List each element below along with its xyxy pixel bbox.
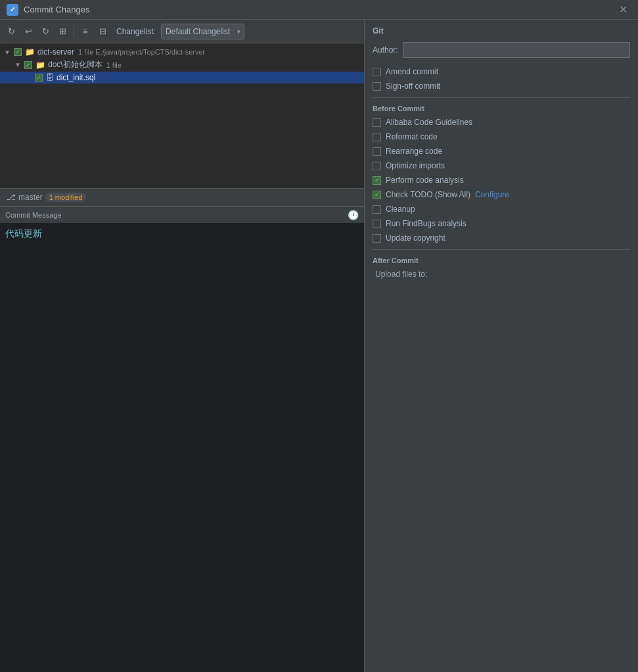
todo-row: ✓ Check TODO (Show All) Configure	[373, 190, 630, 199]
modified-badge: 1 modified	[45, 193, 87, 202]
copyright-row: Update copyright	[373, 233, 630, 243]
commit-label: Commit Message	[5, 211, 62, 219]
branch-name: master	[18, 193, 43, 202]
alibaba-label: Alibaba Code Guidelines	[386, 118, 472, 127]
app-icon: ✓	[7, 4, 18, 16]
close-button[interactable]: ✕	[615, 2, 631, 17]
optimize-checkbox[interactable]	[373, 162, 381, 170]
sql-icon: 🗄	[46, 73, 54, 82]
copyright-label: Update copyright	[386, 233, 445, 243]
toolbar: ↻ ↩ ↻ ⊞ ≡ ⊟ Changelist: Default Changeli…	[0, 20, 364, 43]
perform-row: ✓ Perform code analysis	[373, 176, 630, 185]
changelist-label: Changelist:	[116, 27, 156, 36]
folder-icon-doc: 📁	[35, 60, 45, 70]
checkbox-doc[interactable]: ✓	[24, 61, 32, 69]
main-content: ↻ ↩ ↻ ⊞ ≡ ⊟ Changelist: Default Changeli…	[0, 20, 638, 672]
amend-commit-row: Amend commit	[373, 67, 630, 76]
right-panel: Git Author: Amend commit Sign-off commit…	[365, 20, 638, 672]
commit-header: Commit Message 🕐	[0, 207, 364, 223]
reformat-checkbox[interactable]	[373, 133, 381, 141]
before-commit-title: Before Commit	[373, 105, 630, 112]
git-title: Git	[373, 26, 630, 36]
doc-meta: 1 file	[106, 61, 122, 69]
group-btn[interactable]: ⊞	[55, 24, 70, 39]
refresh-btn[interactable]: ↻	[4, 24, 18, 39]
todo-label: Check TODO (Show All)	[386, 190, 470, 199]
reformat-label: Reformat code	[386, 132, 438, 141]
tree-item-doc-folder[interactable]: ▼ ✓ 📁 doc\初始化脚本 1 file	[0, 58, 364, 72]
left-panel: ↻ ↩ ↻ ⊞ ≡ ⊟ Changelist: Default Changeli…	[0, 20, 365, 672]
amend-commit-checkbox[interactable]	[373, 68, 381, 76]
sql-label: dict_init.sql	[57, 73, 95, 82]
findbugs-label: Run FindBugs analysis	[386, 219, 467, 228]
arrow-doc: ▼	[14, 61, 22, 68]
rearrange-checkbox[interactable]	[373, 147, 381, 156]
reformat-row: Reformat code	[373, 132, 630, 141]
amend-commit-label: Amend commit	[386, 67, 438, 76]
perform-checkbox[interactable]: ✓	[373, 176, 381, 185]
arrow-dict-server: ▼	[4, 49, 12, 56]
optimize-label: Optimize imports	[386, 161, 445, 170]
upload-label: Upload files to:	[373, 270, 630, 279]
sign-off-checkbox[interactable]	[373, 82, 381, 91]
after-commit-title: After Commit	[373, 256, 630, 264]
todo-checkbox[interactable]: ✓	[373, 191, 381, 199]
tree-item-dict-server[interactable]: ▼ ✓ 📁 dict-server 1 file E:/java/project…	[0, 46, 364, 58]
sign-off-row: Sign-off commit	[373, 82, 630, 91]
branch-icon: ⎇	[7, 193, 16, 202]
redo-btn[interactable]: ↻	[38, 24, 53, 39]
rearrange-row: Rearrange code	[373, 147, 630, 156]
window-title: Commit Changes	[24, 5, 615, 14]
file-tree: ▼ ✓ 📁 dict-server 1 file E:/java/project…	[0, 43, 364, 188]
author-row: Author:	[373, 42, 630, 58]
checkbox-dict-server[interactable]: ✓	[14, 48, 22, 56]
alibaba-checkbox[interactable]	[373, 118, 381, 127]
divider2	[373, 249, 630, 250]
findbugs-checkbox[interactable]	[373, 220, 381, 228]
cleanup-checkbox[interactable]	[373, 205, 381, 214]
git-section: Git Author: Amend commit Sign-off commit…	[365, 20, 638, 285]
divider1	[373, 97, 630, 98]
perform-label: Perform code analysis	[386, 176, 464, 185]
sep1	[74, 26, 74, 37]
expand-btn[interactable]: ≡	[78, 24, 93, 39]
commit-section: Commit Message 🕐 代码更新	[0, 206, 364, 672]
clock-icon[interactable]: 🕐	[348, 210, 359, 220]
configure-link[interactable]: Configure	[475, 190, 509, 199]
title-bar: ✓ Commit Changes ✕	[0, 0, 638, 20]
checkbox-sql[interactable]: ✓	[35, 74, 43, 82]
collapse-btn[interactable]: ⊟	[95, 24, 110, 39]
alibaba-row: Alibaba Code Guidelines	[373, 118, 630, 127]
author-input[interactable]	[403, 42, 630, 58]
branch-info: ⎇ master 1 modified	[7, 193, 86, 202]
rearrange-label: Rearrange code	[386, 147, 442, 156]
dict-server-meta: 1 file	[78, 48, 93, 56]
copyright-checkbox[interactable]	[373, 234, 381, 243]
sign-off-label: Sign-off commit	[386, 82, 440, 91]
status-bar: ⎇ master 1 modified	[0, 188, 364, 206]
cleanup-label: Cleanup	[386, 204, 415, 214]
dict-server-path: E:/java/project/TopCTS/dict-server	[93, 48, 205, 56]
findbugs-row: Run FindBugs analysis	[373, 219, 630, 228]
optimize-row: Optimize imports	[373, 161, 630, 170]
dict-server-label: dict-server	[37, 47, 74, 57]
commit-textarea[interactable]: 代码更新	[0, 223, 364, 672]
arrow-sql	[25, 74, 33, 82]
tree-item-dict-init[interactable]: ✓ 🗄 dict_init.sql	[0, 72, 364, 84]
undo-btn[interactable]: ↩	[21, 24, 35, 39]
folder-icon-dict-server: 📁	[25, 47, 35, 57]
doc-label: doc\初始化脚本	[48, 59, 103, 70]
changelist-select-wrap[interactable]: Default Changelist	[158, 24, 244, 39]
cleanup-row: Cleanup	[373, 204, 630, 214]
changelist-select[interactable]: Default Changelist	[161, 24, 244, 39]
author-label: Author:	[373, 45, 398, 55]
